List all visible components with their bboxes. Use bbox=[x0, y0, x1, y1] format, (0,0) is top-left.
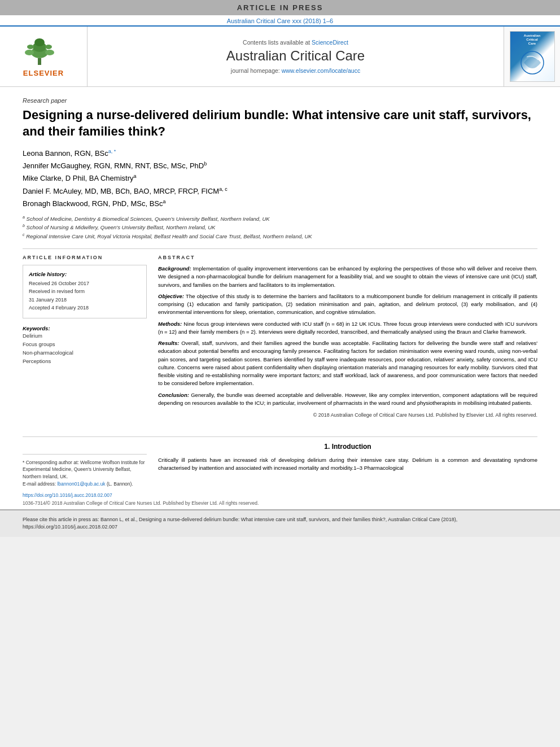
author-2: Jennifer McGaughey, RGN, RMN, RNT, BSc, … bbox=[23, 160, 537, 172]
abstract-heading: ABSTRACT bbox=[158, 255, 537, 260]
keywords-label: Keywords: bbox=[23, 325, 147, 331]
affiliation-a: a School of Medicine, Dentistry & Biomed… bbox=[23, 215, 537, 223]
author-1: Leona Bannon, RGN, BSca, * bbox=[23, 147, 537, 160]
email-line: E-mail address: lbannon01@qub.ac.uk (L. … bbox=[23, 480, 147, 488]
introduction-section: * Corresponding author at: Wellcome Wolf… bbox=[0, 436, 560, 488]
section-divider bbox=[23, 248, 537, 249]
sciencedirect-link[interactable]: ScienceDirect bbox=[312, 39, 348, 46]
svg-point-4 bbox=[25, 50, 34, 55]
main-content: Research paper Designing a nurse-deliver… bbox=[0, 87, 560, 425]
abstract-conclusion: Conclusion: Generally, the bundle was de… bbox=[158, 391, 537, 408]
corresponding-note: * Corresponding author at: Wellcome Wolf… bbox=[23, 459, 147, 480]
right-column: ABSTRACT Background: Implementation of q… bbox=[158, 255, 537, 420]
journal-title: Australian Critical Care bbox=[226, 48, 365, 64]
intro-right: 1. Introduction Critically ill patients … bbox=[158, 443, 537, 488]
citation-box: Please cite this article in press as: Ba… bbox=[0, 509, 560, 537]
article-dates: Received 26 October 2017 Received in rev… bbox=[29, 279, 141, 312]
svg-rect-0 bbox=[38, 58, 41, 65]
introduction-text: Critically ill patients have an increase… bbox=[158, 456, 537, 473]
article-in-press-banner: ARTICLE IN PRESS bbox=[0, 0, 560, 15]
article-type-label: Research paper bbox=[23, 97, 537, 104]
elsevier-tree-icon bbox=[18, 36, 69, 67]
doi-link[interactable]: https://doi.org/10.1016/j.aucc.2018.02.0… bbox=[23, 492, 112, 498]
journal-homepage-link[interactable]: www.elsevier.com/locate/aucc bbox=[282, 67, 360, 74]
author-3: Mike Clarke, D Phil, BA Chemistrya bbox=[23, 172, 537, 185]
article-title: Designing a nurse-delivered delirium bun… bbox=[23, 107, 537, 139]
svg-point-6 bbox=[27, 45, 34, 49]
intro-divider bbox=[23, 436, 537, 437]
abstract-section: Background: Implementation of quality im… bbox=[158, 265, 537, 420]
journal-header: ELSEVIER Contents lists available at Sci… bbox=[0, 25, 560, 87]
keywords-section: Keywords: Delirium Focus groups Non-phar… bbox=[23, 325, 147, 366]
author-5: Bronagh Blackwood, RGN, PhD, MSc, BSca bbox=[23, 198, 537, 210]
authors-section: Leona Bannon, RGN, BSca, * Jennifer McGa… bbox=[23, 147, 537, 210]
copyright-line: © 2018 Australian College of Critical Ca… bbox=[158, 412, 537, 420]
keyword-3: Non-pharmacological bbox=[23, 348, 147, 357]
keyword-1: Delirium bbox=[23, 331, 147, 340]
journal-homepage-line: journal homepage: www.elsevier.com/locat… bbox=[231, 67, 360, 74]
left-column: ARTICLE INFORMATION Article history: Rec… bbox=[23, 255, 147, 420]
article-info-box: Article history: Received 26 October 201… bbox=[23, 265, 147, 318]
abstract-objective: Objective: The objective of this study i… bbox=[158, 292, 537, 317]
journal-center: Contents lists available at ScienceDirec… bbox=[88, 27, 504, 86]
author-4: Daniel F. McAuley, MD, MB, BCh, BAO, MRC… bbox=[23, 185, 537, 198]
abstract-results: Results: Overall, staff, survivors, and … bbox=[158, 339, 537, 388]
affiliations-section: a School of Medicine, Dentistry & Biomed… bbox=[23, 215, 537, 241]
introduction-heading: 1. Introduction bbox=[158, 443, 537, 451]
citation-text: Please cite this article in press as: Ba… bbox=[23, 517, 457, 530]
journal-cover-graphic bbox=[513, 49, 552, 77]
sciencedirect-line: Contents lists available at ScienceDirec… bbox=[243, 39, 348, 46]
journal-cover-image: AustralianCriticalCare bbox=[510, 31, 555, 82]
keyword-2: Focus groups bbox=[23, 340, 147, 348]
affiliation-b: b School of Nursing & Midwifery, Queen's… bbox=[23, 223, 537, 231]
journal-cover-box: AustralianCriticalCare bbox=[504, 27, 560, 86]
abstract-methods: Methods: Nine focus group interviews wer… bbox=[158, 320, 537, 337]
email-link[interactable]: lbannon01@qub.ac.uk bbox=[57, 481, 105, 487]
abstract-background: Background: Implementation of quality im… bbox=[158, 265, 537, 289]
elsevier-label: ELSEVIER bbox=[23, 69, 64, 77]
article-history-label: Article history: bbox=[29, 271, 141, 277]
svg-point-3 bbox=[34, 38, 45, 46]
svg-point-7 bbox=[45, 45, 52, 49]
article-info-heading: ARTICLE INFORMATION bbox=[23, 255, 147, 260]
two-column-layout: ARTICLE INFORMATION Article history: Rec… bbox=[23, 255, 537, 420]
svg-point-5 bbox=[45, 50, 54, 55]
intro-left-spacer: * Corresponding author at: Wellcome Wolf… bbox=[23, 443, 147, 488]
issn-line: 1036-7314/© 2018 Australian College of C… bbox=[23, 500, 259, 506]
journal-ref-line: Australian Critical Care xxx (2018) 1–6 bbox=[0, 15, 560, 25]
keyword-4: Perceptions bbox=[23, 357, 147, 365]
affiliation-c: c Regional Intensive Care Unit, Royal Vi… bbox=[23, 232, 537, 241]
elsevier-logo-box: ELSEVIER bbox=[0, 27, 88, 86]
